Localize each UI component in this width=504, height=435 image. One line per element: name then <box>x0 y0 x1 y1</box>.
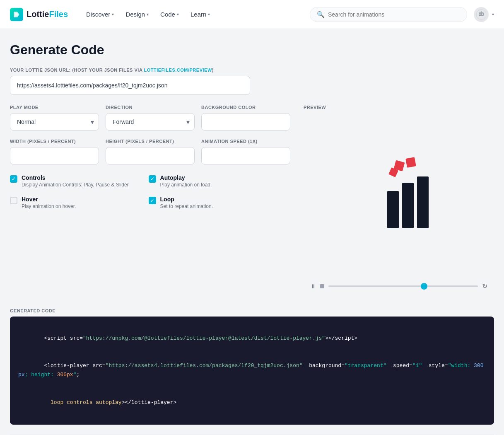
hover-label: Hover <box>22 196 76 203</box>
play-mode-label: PLAY MODE <box>10 105 99 110</box>
code-chevron-icon: ▾ <box>177 12 179 17</box>
loop-label: Loop <box>160 196 213 203</box>
logo-icon <box>10 8 23 21</box>
checkbox-col-left: Controls Display Animation Controls: Pla… <box>10 174 129 209</box>
url-input[interactable]: https://assets4.lottiefiles.com/packages… <box>10 76 250 95</box>
autoplay-checkbox-item: Autoplay Play animation on load. <box>149 174 213 188</box>
nav-discover[interactable]: Discover ▾ <box>81 7 119 21</box>
progress-fill <box>328 285 478 287</box>
url-label: YOUR LOTTIE JSON URL: (HOST YOUR JSON FI… <box>10 68 494 72</box>
search-input[interactable] <box>328 11 460 18</box>
user-avatar-area[interactable]: ▾ <box>474 7 494 22</box>
svg-point-2 <box>480 13 481 15</box>
nav-design[interactable]: Design ▾ <box>121 7 154 21</box>
form-row-1: PLAY MODE Normal Bounce DIRECTION Forwar… <box>10 105 290 130</box>
width-input[interactable]: 300px <box>10 147 99 164</box>
height-group: HEIGHT (PIXELS / PERCENT) 300px <box>106 139 195 164</box>
autoplay-checkbox[interactable] <box>149 175 156 183</box>
right-col: PREVIEW ⏸ <box>304 105 494 295</box>
play-mode-group: PLAY MODE Normal Bounce <box>10 105 99 130</box>
pause-icon: ⏸ <box>310 283 316 290</box>
speed-label: ANIMATION SPEED (1X) <box>201 139 290 144</box>
height-label: HEIGHT (PIXELS / PERCENT) <box>106 139 195 144</box>
play-mode-select-wrap: Normal Bounce <box>10 113 99 130</box>
logo-text: LottieFiles <box>27 10 68 19</box>
discover-chevron-icon: ▾ <box>112 12 114 17</box>
height-input[interactable]: 300px <box>106 147 195 164</box>
repeat-button[interactable]: ↻ <box>482 282 487 290</box>
logo[interactable]: LottieFiles <box>10 8 68 21</box>
nav-code[interactable]: Code ▾ <box>155 7 184 21</box>
code-line-2: <lottie-player src="https://assets4.lott… <box>18 352 486 389</box>
svg-rect-11 <box>417 176 429 228</box>
progress-slider[interactable] <box>328 285 478 287</box>
progress-thumb[interactable] <box>421 283 427 290</box>
svg-rect-5 <box>481 11 482 12</box>
bg-color-label: BACKGROUND COLOR <box>201 105 290 110</box>
svg-rect-9 <box>387 191 399 228</box>
stop-button[interactable] <box>320 284 324 288</box>
code-line-3: loop controls autoplay></lottie-player> <box>18 389 486 416</box>
svg-rect-4 <box>480 16 482 17</box>
direction-group: DIRECTION Forward Backward <box>106 105 195 130</box>
search-icon: 🔍 <box>317 11 325 18</box>
width-group: WIDTH (PIXELS / PERCENT) 300px <box>10 139 99 164</box>
player-controls: ⏸ ↻ <box>304 277 494 295</box>
checkbox-col-right: Autoplay Play animation on load. Loop Se… <box>149 174 213 209</box>
speed-input[interactable]: 1 <box>201 147 290 164</box>
preview-label: PREVIEW <box>304 105 494 110</box>
direction-select-wrap: Forward Backward <box>106 113 195 130</box>
code-line-1: <script src="https://unpkg.com/@lottiefi… <box>18 325 486 352</box>
svg-point-3 <box>482 13 483 15</box>
svg-rect-10 <box>402 183 414 228</box>
header: LottieFiles Discover ▾ Design ▾ Code ▾ L… <box>0 0 504 29</box>
direction-label: DIRECTION <box>106 105 195 110</box>
loop-checkbox[interactable] <box>149 197 156 204</box>
direction-select[interactable]: Forward Backward <box>106 113 195 130</box>
stop-icon <box>320 284 324 288</box>
lottiefiles-preview-link[interactable]: LOTTIEFILES.COM/PREVIEW <box>144 68 212 72</box>
pause-button[interactable]: ⏸ <box>310 283 316 290</box>
hover-checkbox-item: Hover Play animation on hover. <box>10 196 129 209</box>
design-chevron-icon: ▾ <box>147 12 149 17</box>
speed-group: ANIMATION SPEED (1X) 1 <box>201 139 290 164</box>
repeat-icon: ↻ <box>482 282 487 290</box>
search-bar: 🔍 <box>310 7 467 22</box>
left-col: PLAY MODE Normal Bounce DIRECTION Forwar… <box>10 105 290 295</box>
hover-checkbox[interactable] <box>10 197 17 204</box>
controls-desc: Display Animation Controls: Play, Pause … <box>22 182 129 188</box>
avatar-chevron-icon: ▾ <box>492 12 494 17</box>
learn-chevron-icon: ▾ <box>208 12 210 17</box>
bg-color-input[interactable]: transparent <box>201 113 290 130</box>
preview-area <box>304 116 494 274</box>
controls-label: Controls <box>22 174 129 181</box>
hover-desc: Play animation on hover. <box>22 203 76 209</box>
autoplay-label: Autoplay <box>160 174 212 181</box>
animation-preview <box>357 154 440 237</box>
page-title: Generate Code <box>10 42 494 58</box>
loop-checkbox-item: Loop Set to repeat animation. <box>149 196 213 209</box>
main-content: Generate Code YOUR LOTTIE JSON URL: (HOS… <box>0 29 504 435</box>
form-row-2: WIDTH (PIXELS / PERCENT) 300px HEIGHT (P… <box>10 139 290 164</box>
controls-checkbox-item: Controls Display Animation Controls: Pla… <box>10 174 129 188</box>
generated-code-section: GENERATED CODE <script src="https://unpk… <box>10 308 494 425</box>
controls-checkbox[interactable] <box>10 175 17 183</box>
generated-label: GENERATED CODE <box>10 308 494 313</box>
play-mode-select[interactable]: Normal Bounce <box>10 113 99 130</box>
avatar <box>474 7 489 22</box>
main-nav: Discover ▾ Design ▾ Code ▾ Learn ▾ <box>81 7 310 21</box>
autoplay-desc: Play animation on load. <box>160 182 212 188</box>
code-block: <script src="https://unpkg.com/@lottiefi… <box>10 317 494 425</box>
svg-rect-7 <box>405 157 416 167</box>
checkbox-section: Controls Display Animation Controls: Pla… <box>10 174 290 209</box>
two-col-layout: PLAY MODE Normal Bounce DIRECTION Forwar… <box>10 105 494 295</box>
width-label: WIDTH (PIXELS / PERCENT) <box>10 139 99 144</box>
loop-desc: Set to repeat animation. <box>160 203 213 209</box>
nav-learn[interactable]: Learn ▾ <box>186 7 215 21</box>
bg-color-group: BACKGROUND COLOR transparent <box>201 105 290 130</box>
